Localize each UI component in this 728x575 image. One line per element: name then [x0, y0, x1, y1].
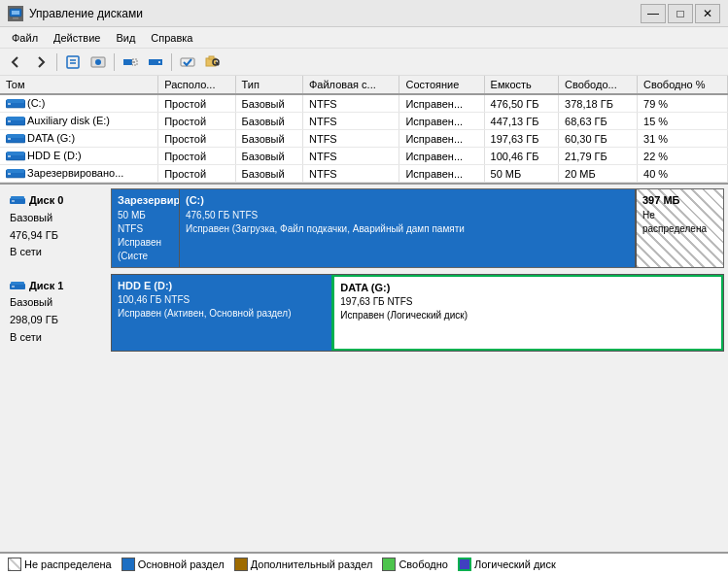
col-header-location: Располо... [158, 76, 235, 94]
svg-rect-21 [7, 117, 24, 120]
close-button[interactable]: ✕ [695, 4, 720, 23]
back-button[interactable] [4, 51, 27, 73]
title-bar: Управление дисками — □ ✕ [0, 0, 728, 27]
explore-button[interactable] [201, 51, 225, 73]
table-row[interactable]: (C:) Простой Базовый NTFS Исправен... 47… [0, 94, 728, 113]
partition-reserved-name: Зарезервирова [118, 193, 173, 208]
cell-type: Базовый [235, 113, 302, 130]
cell-name: Auxiliary disk (E:) [0, 113, 158, 130]
toolbar-separator-3 [171, 53, 172, 71]
svg-rect-15 [209, 56, 214, 59]
cell-fs: NTFS [302, 130, 399, 148]
menu-action[interactable]: Действие [46, 30, 108, 46]
properties-icon [65, 54, 81, 70]
cell-fs: NTFS [302, 165, 399, 183]
col-header-capacity: Емкость [484, 76, 558, 94]
partition-unalloc-0: 397 МБ Не распределена [636, 189, 723, 266]
col-header-free-pct: Свободно % [638, 76, 728, 94]
partition-unalloc-label: Не распределена [642, 209, 717, 236]
new-volume-button[interactable] [87, 51, 110, 73]
volume-table: Том Располо... Тип Файловая с... Состоян… [0, 76, 728, 183]
cell-status: Исправен... [399, 113, 484, 130]
table-header-row: Том Располо... Тип Файловая с... Состоян… [0, 76, 728, 94]
toolbar-separator-1 [56, 53, 57, 71]
disk-view-area: Диск 0 Базовый 476,94 ГБ В сети Зарезерв… [0, 185, 728, 552]
partition-c-status: Исправен (Загрузка, Файл подкачки, Авари… [186, 222, 629, 236]
title-bar-controls: — □ ✕ [641, 4, 720, 23]
legend: Не распределена Основной раздел Дополнит… [0, 552, 728, 575]
shrink-icon [122, 54, 138, 70]
back-icon [9, 55, 22, 69]
svg-point-7 [95, 59, 101, 65]
legend-label-logical: Логический диск [474, 558, 556, 570]
svg-rect-30 [7, 169, 24, 173]
svg-rect-2 [13, 17, 18, 19]
disk-0-size: 476,94 ГБ [10, 227, 105, 245]
legend-free: Свободно [382, 558, 448, 571]
menu-help[interactable]: Справка [143, 30, 200, 46]
col-header-free: Свободо... [559, 76, 638, 94]
window-title: Управление дисками [29, 7, 143, 20]
partition-hdd-e[interactable]: HDD E (D:) 100,46 ГБ NTFS Исправен (Акти… [112, 275, 332, 351]
disk-1-partitions: HDD E (D:) 100,46 ГБ NTFS Исправен (Акти… [111, 274, 724, 352]
new-volume-icon [90, 54, 106, 70]
cell-status: Исправен... [399, 94, 484, 113]
properties-button[interactable] [61, 51, 85, 73]
shrink-button[interactable] [119, 51, 142, 73]
table-row[interactable]: DATA (G:) Простой Базовый NTFS Исправен.… [0, 130, 728, 148]
svg-rect-18 [7, 99, 24, 103]
cell-location: Простой [158, 113, 235, 130]
cell-fs: NTFS [302, 113, 399, 130]
legend-label-primary: Основной раздел [138, 558, 225, 570]
table-row[interactable]: HDD E (D:) Простой Базовый NTFS Исправен… [0, 148, 728, 165]
partition-hdd-e-status: Исправен (Активен, Основной раздел) [118, 307, 326, 321]
partition-data-g[interactable]: DATA (G:) 197,63 ГБ NTFS Исправен (Логич… [331, 274, 724, 352]
partition-hdd-e-size: 100,46 ГБ NTFS [118, 293, 326, 307]
minimize-button[interactable]: — [641, 4, 666, 23]
legend-box-primary [121, 558, 135, 571]
svg-rect-8 [123, 59, 132, 65]
partition-unalloc-size: 397 МБ [642, 193, 717, 208]
cell-free-pct: 31 % [638, 130, 728, 148]
disk-1-size: 298,09 ГБ [10, 312, 105, 329]
disk-1-label: Диск 1 Базовый 298,09 ГБ В сети [4, 274, 111, 352]
cell-status: Исправен... [399, 148, 484, 165]
cell-free: 68,63 ГБ [559, 113, 638, 130]
menu-bar: Файл Действие Вид Справка [0, 27, 728, 49]
table-row[interactable]: Auxiliary disk (E:) Простой Базовый NTFS… [0, 113, 728, 130]
partition-c[interactable]: (C:) 476,50 ГБ NTFS Исправен (Загрузка, … [180, 189, 636, 266]
check-button[interactable] [176, 51, 199, 73]
forward-icon [34, 55, 48, 69]
maximize-button[interactable]: □ [668, 4, 693, 23]
cell-free: 20 МБ [559, 165, 638, 183]
col-header-type: Тип [235, 76, 302, 94]
main-content: Том Располо... Тип Файловая с... Состоян… [0, 76, 728, 575]
disk-1-name: Диск 1 [10, 278, 105, 295]
disk-0-network: В сети [10, 244, 105, 261]
partition-reserved-0[interactable]: Зарезервирова 50 МБ NTFS Исправен (Систе [112, 189, 180, 266]
legend-logical: Логический диск [458, 558, 556, 571]
cell-status: Исправен... [399, 130, 484, 148]
cell-free: 378,18 ГБ [559, 94, 638, 113]
disk-0-row: Диск 0 Базовый 476,94 ГБ В сети Зарезерв… [4, 188, 724, 267]
partition-hdd-e-name: HDD E (D:) [118, 279, 326, 293]
legend-unallocated: Не распределена [8, 558, 112, 571]
toolbar-separator-2 [114, 53, 115, 71]
svg-rect-1 [12, 11, 19, 15]
check-icon [180, 54, 195, 70]
cell-location: Простой [158, 148, 235, 165]
disk-icon [10, 196, 25, 206]
legend-box-extended [234, 558, 248, 571]
cell-name: (C:) [0, 94, 158, 113]
forward-button[interactable] [29, 51, 52, 73]
cell-free: 60,30 ГБ [559, 130, 638, 148]
table-row[interactable]: Зарезервировано... Простой Базовый NTFS … [0, 165, 728, 183]
cell-free-pct: 22 % [638, 148, 728, 165]
cell-type: Базовый [235, 165, 302, 183]
extend-button[interactable] [144, 51, 167, 73]
menu-file[interactable]: Файл [4, 30, 46, 46]
svg-rect-3 [67, 56, 79, 68]
partition-c-size: 476,50 ГБ NTFS [186, 209, 629, 222]
menu-view[interactable]: Вид [108, 30, 143, 46]
partition-data-g-name: DATA (G:) [340, 281, 715, 295]
